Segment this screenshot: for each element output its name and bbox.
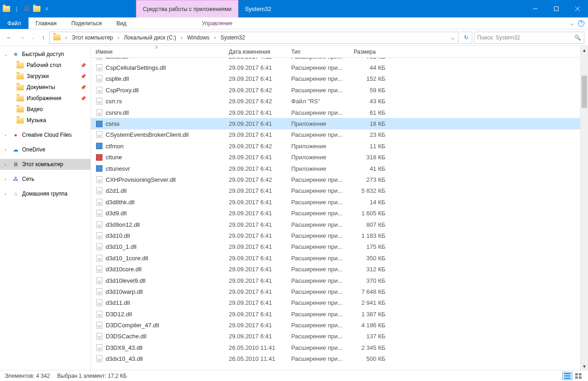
breadcrumb-thispc[interactable]: Этот компьютер bbox=[69, 32, 116, 43]
sidebar-pictures[interactable]: Изображения📌 bbox=[0, 93, 90, 104]
file-row[interactable]: d3d10core.dll29.09.2017 6:41Расширение п… bbox=[91, 263, 588, 275]
file-row[interactable]: csrss29.09.2017 6:41Приложение18 КБ bbox=[91, 118, 588, 129]
sidebar-quick-access[interactable]: ⌵★Быстрый доступ bbox=[0, 49, 90, 60]
file-row[interactable]: CXHProvisioningServer.dll29.09.2017 6:42… bbox=[91, 174, 588, 185]
file-row[interactable]: cttunesvr29.09.2017 6:41Приложение41 КБ bbox=[91, 163, 588, 174]
tab-manage[interactable]: Управление bbox=[194, 17, 240, 29]
chevron-right-icon[interactable]: › bbox=[212, 34, 218, 41]
close-button[interactable] bbox=[567, 0, 588, 17]
file-name: CspCellularSettings.dll bbox=[106, 64, 166, 71]
view-details-button[interactable] bbox=[562, 372, 572, 380]
file-name-cell: D3DCompiler_47.dll bbox=[91, 322, 225, 329]
forward-button[interactable]: → bbox=[19, 34, 25, 41]
refresh-button[interactable]: ↻ bbox=[460, 32, 472, 44]
chevron-right-icon[interactable]: › bbox=[179, 34, 184, 41]
sidebar-videos[interactable]: Видео bbox=[0, 104, 90, 115]
scroll-up-icon[interactable]: ▴ bbox=[581, 46, 588, 54]
sidebar-homegroup[interactable]: ›⌂Домашняя группа bbox=[0, 188, 90, 199]
breadcrumb-system32[interactable]: System32 bbox=[218, 32, 248, 43]
file-row[interactable]: ctfmon29.09.2017 6:42Приложение11 КБ bbox=[91, 140, 588, 151]
file-row[interactable]: D3DSCache.dll29.09.2017 6:41Расширение п… bbox=[91, 331, 588, 342]
properties-icon[interactable]: ☑ bbox=[23, 5, 30, 12]
file-type: Приложение bbox=[288, 154, 350, 161]
navigation-bar: ← → ⌵ ↑ › Этот компьютер › Локальный дис… bbox=[0, 29, 588, 46]
view-large-button[interactable] bbox=[573, 372, 583, 380]
file-row[interactable]: d3d9on12.dll29.09.2017 6:41Расширение пр… bbox=[91, 219, 588, 230]
file-row[interactable]: csrr.rs29.09.2017 6:42Файл "RS"43 КБ bbox=[91, 96, 588, 107]
file-row[interactable]: CSystemEventsBrokerClient.dll29.09.2017 … bbox=[91, 129, 588, 140]
file-date: 29.09.2017 6:41 bbox=[225, 199, 288, 206]
address-folder-icon[interactable] bbox=[51, 32, 63, 43]
sidebar-label: OneDrive bbox=[22, 146, 45, 153]
column-name[interactable]: Имени bbox=[91, 49, 225, 55]
sidebar-this-pc[interactable]: ›🖥Этот компьютер bbox=[0, 159, 90, 170]
column-type[interactable]: Тип bbox=[288, 49, 350, 55]
chevron-right-icon[interactable]: › bbox=[63, 34, 69, 41]
tab-share[interactable]: Поделиться bbox=[64, 17, 109, 29]
file-row[interactable]: d2d1.dll29.09.2017 6:41Расширение при...… bbox=[91, 185, 588, 196]
qat-dropdown-icon[interactable]: = bbox=[43, 5, 51, 12]
sidebar-onedrive[interactable]: ›☁OneDrive bbox=[0, 144, 90, 155]
file-row[interactable]: csrsrv.dll29.09.2017 6:41Расширение при.… bbox=[91, 107, 588, 118]
search-input[interactable]: Поиск: System32 🔍 bbox=[474, 32, 584, 44]
folder-icon bbox=[3, 5, 10, 12]
file-date: 29.09.2017 6:41 bbox=[225, 299, 288, 306]
tab-home[interactable]: Главная bbox=[28, 17, 64, 29]
help-icon[interactable]: ? bbox=[578, 20, 584, 27]
sidebar-documents[interactable]: Документы📌 bbox=[0, 82, 90, 93]
file-icon bbox=[96, 322, 103, 329]
contextual-tab[interactable]: Средства работы с приложениями bbox=[136, 0, 238, 17]
address-dropdown-icon[interactable]: ⌵ bbox=[448, 32, 457, 43]
scrollbar-thumb[interactable] bbox=[582, 76, 587, 108]
file-name-cell: D3D12.dll bbox=[91, 310, 225, 318]
file-row[interactable]: csecli.dll29.09.2017 4:12Расширение при.… bbox=[91, 58, 588, 62]
svg-rect-7 bbox=[575, 373, 578, 375]
sidebar-label: Рабочий стол bbox=[27, 62, 61, 68]
sidebar-desktop[interactable]: Рабочий стол📌 bbox=[0, 60, 90, 71]
sidebar-label: Creative Cloud Files bbox=[22, 132, 72, 138]
tab-file[interactable]: Файл bbox=[0, 17, 28, 29]
ribbon-expand-icon[interactable]: ⌵ bbox=[570, 20, 573, 27]
tab-view[interactable]: Вид bbox=[109, 17, 134, 29]
sidebar-music[interactable]: Музыка bbox=[0, 115, 90, 126]
file-row[interactable]: d3d10_1.dll29.09.2017 6:41Расширение при… bbox=[91, 241, 588, 252]
file-name: D3D12.dll bbox=[106, 311, 132, 318]
scroll-down-icon[interactable]: ▾ bbox=[581, 362, 588, 370]
file-row[interactable]: D3D12.dll29.09.2017 6:41Расширение при..… bbox=[91, 308, 588, 319]
file-row[interactable]: d3d10level9.dll29.09.2017 6:41Расширение… bbox=[91, 275, 588, 286]
file-row[interactable]: d3d8thk.dll29.09.2017 6:41Расширение при… bbox=[91, 196, 588, 207]
file-date: 29.09.2017 6:41 bbox=[225, 322, 288, 329]
file-row[interactable]: csplte.dll29.09.2017 6:41Расширение при.… bbox=[91, 73, 588, 84]
file-row[interactable]: d3d10.dll29.09.2017 6:41Расширение при..… bbox=[91, 230, 588, 241]
svg-rect-5 bbox=[564, 375, 571, 376]
file-row[interactable]: d3d9.dll29.09.2017 6:41Расширение при...… bbox=[91, 207, 588, 219]
file-size: 18 КБ bbox=[350, 120, 389, 127]
sidebar-creative-cloud[interactable]: ›●Creative Cloud Files bbox=[0, 129, 90, 140]
breadcrumb-windows[interactable]: Windows bbox=[184, 32, 212, 43]
file-row[interactable]: d3d10_1core.dll29.09.2017 6:41Расширение… bbox=[91, 252, 588, 263]
recent-dropdown-icon[interactable]: ⌵ bbox=[32, 35, 34, 40]
chevron-right-icon[interactable]: › bbox=[116, 34, 121, 41]
maximize-button[interactable] bbox=[546, 0, 567, 17]
sidebar-network[interactable]: ›🖧Сеть bbox=[0, 174, 90, 185]
column-size[interactable]: Размера bbox=[350, 49, 389, 55]
file-row[interactable]: cttune29.09.2017 6:41Приложение318 КБ bbox=[91, 152, 588, 163]
file-row[interactable]: d3dx10_43.dll26.05.2010 11:41Расширение … bbox=[91, 353, 588, 364]
up-button[interactable]: ↑ bbox=[42, 34, 45, 41]
new-folder-icon[interactable] bbox=[33, 5, 40, 12]
scrollbar-track[interactable] bbox=[581, 54, 588, 362]
sidebar-downloads[interactable]: Загрузки📌 bbox=[0, 71, 90, 82]
column-date[interactable]: Дата изменения bbox=[225, 49, 288, 55]
file-row[interactable]: CspCellularSettings.dll29.09.2017 6:41Ра… bbox=[91, 62, 588, 73]
back-button[interactable]: ← bbox=[6, 34, 12, 41]
file-row[interactable]: D3DX9_43.dll26.05.2010 11:41Расширение п… bbox=[91, 342, 588, 353]
minimize-button[interactable] bbox=[525, 0, 546, 17]
address-bar[interactable]: › Этот компьютер › Локальный диск (C:) ›… bbox=[49, 32, 458, 44]
file-row[interactable]: d3d10warp.dll29.09.2017 6:41Расширение п… bbox=[91, 286, 588, 297]
file-row[interactable]: D3DCompiler_47.dll29.09.2017 6:41Расшире… bbox=[91, 319, 588, 331]
file-row[interactable]: CspProxy.dll29.09.2017 6:42Расширение пр… bbox=[91, 84, 588, 95]
file-icon bbox=[96, 254, 103, 262]
scrollbar[interactable]: ▴ ▾ bbox=[580, 46, 588, 370]
file-row[interactable]: d3d11.dll29.09.2017 6:41Расширение при..… bbox=[91, 297, 588, 308]
breadcrumb-drive[interactable]: Локальный диск (C:) bbox=[121, 32, 179, 43]
